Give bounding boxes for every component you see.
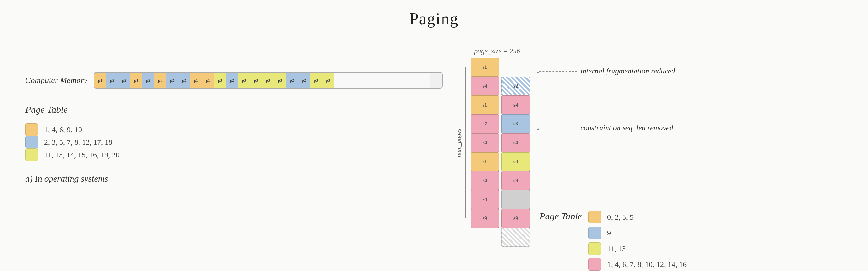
right-legend-row: 11, 13	[588, 242, 687, 255]
right-legend-color-box	[588, 211, 601, 224]
kv-block: s4	[471, 190, 499, 209]
right-legend: 0, 2, 3, 5911, 131, 4, 6, 7, 8, 10, 12, …	[588, 211, 687, 271]
memory-cell: p2	[298, 73, 310, 88]
kv-block: s4	[471, 171, 499, 190]
memory-cell	[334, 73, 346, 88]
left-section-label: a) In operating systems	[25, 174, 108, 184]
memory-cell: p2	[178, 73, 190, 88]
left-page-table-title: Page Table	[25, 104, 120, 115]
right-legend-label: 11, 13	[607, 244, 626, 253]
page-size-label: page_size = 256	[474, 47, 520, 55]
memory-cell: p3	[250, 73, 262, 88]
memory-cell: p2	[286, 73, 298, 88]
right-legend-label: 1, 4, 6, 7, 8, 10, 12, 14, 16	[607, 260, 687, 269]
kv-block: s9	[501, 209, 530, 228]
right-panel: page_size = 256 num_pages s1s4s1s7s4s1s4…	[455, 34, 843, 271]
right-legend-color-box	[588, 227, 601, 239]
memory-cell: p2	[142, 73, 154, 88]
memory-cell	[382, 73, 394, 88]
right-kv-column: s2s4s3s4s3s9s9	[501, 76, 530, 247]
kv-block: s1	[471, 152, 499, 171]
right-page-table-title: Page Table	[539, 211, 582, 222]
memory-cell: p2	[118, 73, 130, 88]
kv-block: s3	[501, 114, 530, 133]
legend-label: 1, 4, 6, 9, 10	[44, 126, 82, 134]
memory-cell: p1	[202, 73, 214, 88]
kv-block: s4	[471, 133, 499, 152]
right-legend-row: 9	[588, 227, 687, 239]
kv-block: s4	[501, 133, 530, 152]
annotation1-area: ◂ internal fragmentation reduced	[539, 66, 675, 76]
right-legend-color-box	[588, 258, 601, 271]
memory-cell: p3	[322, 73, 334, 88]
legend-color-box	[25, 136, 38, 148]
kv-block: s2	[501, 76, 530, 96]
memory-cell: p1	[154, 73, 166, 88]
kv-block: s1	[471, 58, 499, 76]
memory-cell: p2	[226, 73, 238, 88]
left-kv-column: s1s4s1s7s4s1s4s4s9	[471, 58, 499, 228]
memory-cell: p2	[106, 73, 118, 88]
kv-block: s3	[501, 152, 530, 171]
memory-cell	[418, 73, 430, 88]
memory-cell: p1	[130, 73, 142, 88]
legend-label: 2, 3, 5, 7, 8, 12, 17, 18	[44, 138, 112, 146]
num-pages-bracket	[465, 67, 466, 218]
memory-cell: p3	[238, 73, 250, 88]
legend-label: 11, 13, 14, 15, 16, 19, 20	[44, 150, 120, 159]
memory-bar: p1p2p2p1p2p1p2p2p1p1p3p2p3p3p3p3p2p2p3p3	[94, 72, 442, 89]
kv-block: s4	[501, 96, 530, 114]
num-pages-label: num_pages	[455, 67, 462, 218]
right-legend-label: 0, 2, 3, 5	[607, 213, 634, 222]
kv-block: s7	[471, 114, 499, 133]
memory-cell: p1	[190, 73, 202, 88]
annotation2-area: ◂ constraint on seq_len removed	[539, 123, 673, 133]
left-legend: 1, 4, 6, 9, 102, 3, 5, 7, 8, 12, 17, 181…	[25, 123, 120, 161]
computer-memory-section: Computer Memory p1p2p2p1p2p1p2p2p1p1p3p2…	[25, 72, 442, 89]
memory-cell	[430, 73, 442, 88]
kv-block: s9	[501, 171, 530, 190]
left-panel: Computer Memory p1p2p2p1p2p1p2p2p1p1p3p2…	[25, 34, 442, 271]
memory-cell: p2	[166, 73, 178, 88]
memory-cell: p3	[214, 73, 226, 88]
memory-cell	[394, 73, 406, 88]
left-page-table-section: Page Table 1, 4, 6, 9, 102, 3, 5, 7, 8, …	[25, 104, 120, 161]
memory-cell: p1	[94, 73, 106, 88]
kv-block	[501, 228, 530, 247]
legend-row: 2, 3, 5, 7, 8, 12, 17, 18	[25, 136, 120, 148]
memory-cell: p3	[274, 73, 286, 88]
kv-block: s1	[471, 96, 499, 114]
memory-cell	[358, 73, 370, 88]
page-title: Paging	[0, 0, 868, 28]
legend-row: 1, 4, 6, 9, 10	[25, 123, 120, 136]
legend-row: 11, 13, 14, 15, 16, 19, 20	[25, 148, 120, 161]
memory-cell: p3	[262, 73, 274, 88]
right-legend-row: 0, 2, 3, 5	[588, 211, 687, 224]
kv-block	[501, 190, 530, 209]
legend-color-box	[25, 123, 38, 136]
memory-cell: p3	[310, 73, 322, 88]
annotation1-text: internal fragmentation reduced	[580, 66, 675, 76]
right-legend-row: 1, 4, 6, 7, 8, 10, 12, 14, 16	[588, 258, 687, 271]
kv-block: s4	[471, 76, 499, 96]
right-content: page_size = 256 num_pages s1s4s1s7s4s1s4…	[455, 47, 843, 271]
memory-cell	[370, 73, 382, 88]
legend-color-box	[25, 148, 38, 161]
kv-block: s9	[471, 209, 499, 228]
memory-label: Computer Memory	[25, 76, 87, 85]
annotation2-text: constraint on seq_len removed	[580, 123, 673, 133]
memory-cell	[346, 73, 358, 88]
memory-cell	[406, 73, 418, 88]
right-legend-label: 9	[607, 229, 611, 237]
right-legend-color-box	[588, 242, 601, 255]
